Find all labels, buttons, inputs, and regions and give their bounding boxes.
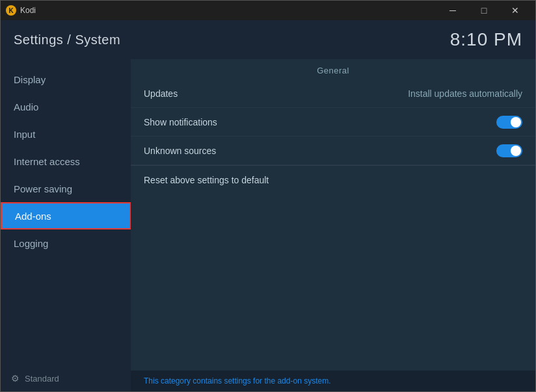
sidebar: Display Audio Input Internet access Powe… <box>1 59 131 391</box>
sidebar-item-label: Input <box>14 129 35 140</box>
app-body: Settings / System 8:10 PM Display Audio … <box>1 20 535 391</box>
setting-row-updates[interactable]: Updates Install updates automatically <box>131 79 535 108</box>
maximize-button[interactable]: □ <box>469 1 499 20</box>
app-icon: K <box>6 5 16 16</box>
close-button[interactable]: ✕ <box>500 1 530 20</box>
sidebar-item-label: Add-ons <box>15 211 51 222</box>
clock: 8:10 PM <box>450 29 522 50</box>
toggle-knob <box>511 117 521 127</box>
setting-label-updates: Updates <box>144 88 178 99</box>
sidebar-item-audio[interactable]: Audio <box>1 93 131 120</box>
page-title: Settings / System <box>14 33 120 47</box>
sidebar-item-display[interactable]: Display <box>1 66 131 93</box>
setting-label-unknown-sources: Unknown sources <box>144 146 216 156</box>
main-panel: General Updates Install updates automati… <box>131 59 535 391</box>
setting-row-show-notifications[interactable]: Show notifications <box>131 108 535 137</box>
section-header: General <box>131 59 535 79</box>
content-area: Display Audio Input Internet access Powe… <box>1 59 535 391</box>
app-window: K Kodi ─ □ ✕ Settings / System 8:10 PM D… <box>0 0 536 392</box>
gear-icon: ⚙ <box>11 373 20 384</box>
sidebar-item-input[interactable]: Input <box>1 120 131 148</box>
reset-label: Reset above settings to default <box>144 175 269 185</box>
sidebar-item-label: Power saving <box>14 183 72 194</box>
titlebar: K Kodi ─ □ ✕ <box>1 1 535 20</box>
toggle-knob <box>511 146 521 156</box>
sidebar-item-label: Logging <box>14 238 48 249</box>
setting-value-updates: Install updates automatically <box>408 88 522 99</box>
app-header: Settings / System 8:10 PM <box>1 20 535 59</box>
sidebar-footer: ⚙ Standard <box>1 365 131 391</box>
sidebar-item-internet-access[interactable]: Internet access <box>1 148 131 175</box>
minimize-button[interactable]: ─ <box>438 1 468 20</box>
sidebar-item-add-ons[interactable]: Add-ons <box>1 202 131 229</box>
status-bar: This category contains settings for the … <box>131 371 535 391</box>
status-text: This category contains settings for the … <box>144 376 330 385</box>
settings-content: General Updates Install updates automati… <box>131 59 535 371</box>
sidebar-item-label: Internet access <box>14 156 80 167</box>
setting-label-show-notifications: Show notifications <box>144 117 217 127</box>
setting-row-unknown-sources[interactable]: Unknown sources <box>131 137 535 165</box>
sidebar-item-power-saving[interactable]: Power saving <box>1 175 131 202</box>
toggle-show-notifications[interactable] <box>496 116 522 129</box>
sidebar-item-label: Audio <box>14 101 38 112</box>
sidebar-item-label: Display <box>14 74 46 85</box>
sidebar-item-logging[interactable]: Logging <box>1 229 131 257</box>
level-label: Standard <box>25 374 59 384</box>
window-controls: ─ □ ✕ <box>438 1 530 20</box>
titlebar-title: Kodi <box>20 6 438 15</box>
reset-row[interactable]: Reset above settings to default <box>131 165 535 194</box>
toggle-unknown-sources[interactable] <box>496 144 522 157</box>
